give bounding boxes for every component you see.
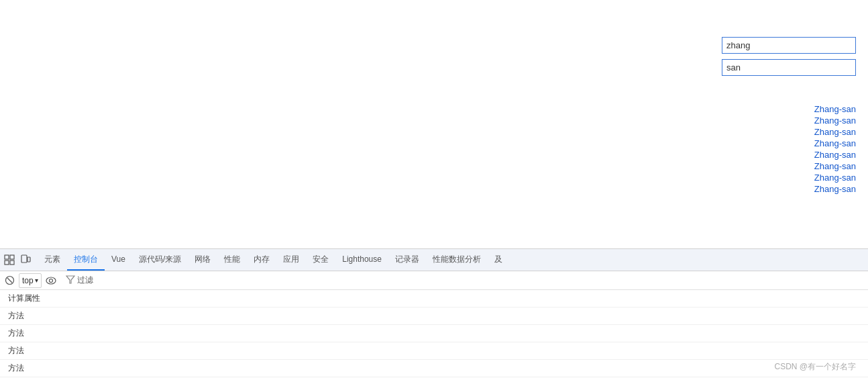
link-item[interactable]: Zhang-san: [722, 173, 856, 183]
tab-Lighthouse[interactable]: Lighthouse: [335, 249, 388, 271]
svg-point-8: [46, 277, 56, 284]
tab-元素[interactable]: 元素: [38, 249, 67, 271]
filter-label: 过滤: [77, 275, 93, 286]
link-item[interactable]: Zhang-san: [722, 115, 856, 126]
tab-内存[interactable]: 内存: [247, 249, 276, 271]
svg-marker-10: [66, 276, 74, 283]
console-row: 方法: [0, 342, 868, 360]
tab-控制台[interactable]: 控制台: [67, 249, 105, 271]
eye-icon[interactable]: [44, 274, 58, 287]
svg-rect-3: [10, 261, 14, 265]
input-area: [722, 37, 856, 76]
link-item[interactable]: Zhang-san: [722, 127, 856, 137]
console-toolbar: top ▾ 过滤: [0, 271, 868, 290]
link-item[interactable]: Zhang-san: [722, 184, 856, 194]
tabs-container: 元素控制台Vue源代码/来源网络性能内存应用安全Lighthouse记录器性能数…: [38, 249, 509, 271]
san-input[interactable]: [722, 59, 856, 76]
svg-rect-1: [10, 255, 14, 259]
zhang-input[interactable]: [722, 37, 856, 54]
filter-button[interactable]: 过滤: [60, 273, 99, 287]
chevron-down-icon: ▾: [35, 277, 38, 284]
devtools-bar: 元素控制台Vue源代码/来源网络性能内存应用安全Lighthouse记录器性能数…: [0, 248, 868, 271]
tab-记录器[interactable]: 记录器: [388, 249, 426, 271]
link-item[interactable]: Zhang-san: [722, 150, 856, 160]
top-selector[interactable]: top ▾: [19, 273, 42, 288]
main-content: Zhang-sanZhang-sanZhang-sanZhang-sanZhan…: [0, 0, 868, 248]
link-item[interactable]: Zhang-san: [722, 161, 856, 171]
svg-point-9: [49, 279, 52, 282]
tab-icons: [3, 253, 32, 267]
device-icon[interactable]: [19, 253, 32, 267]
tab-性能[interactable]: 性能: [217, 249, 247, 271]
console-output: 计算属性方法方法方法方法: [0, 290, 868, 377]
tab-及[interactable]: 及: [488, 249, 509, 271]
watermark: CSDN @有一个好名字: [774, 361, 856, 373]
svg-rect-0: [5, 255, 9, 259]
console-row: 方法: [0, 308, 868, 325]
svg-line-7: [7, 278, 12, 283]
filter-icon: [66, 275, 75, 286]
link-item[interactable]: Zhang-san: [722, 138, 856, 148]
tab-应用[interactable]: 应用: [276, 249, 306, 271]
tab-性能数据分析[interactable]: 性能数据分析: [426, 249, 488, 271]
tabs-row: 元素控制台Vue源代码/来源网络性能内存应用安全Lighthouse记录器性能数…: [0, 249, 868, 271]
console-row: 方法: [0, 325, 868, 342]
console-row: 计算属性: [0, 290, 868, 308]
svg-rect-5: [28, 257, 30, 262]
tab-源代码/来源[interactable]: 源代码/来源: [132, 249, 188, 271]
tab-网络[interactable]: 网络: [188, 249, 217, 271]
console-row: 方法: [0, 360, 868, 377]
links-area: Zhang-sanZhang-sanZhang-sanZhang-sanZhan…: [722, 104, 856, 194]
clear-console-icon[interactable]: [3, 274, 16, 287]
inspect-icon[interactable]: [3, 253, 16, 267]
tab-Vue[interactable]: Vue: [105, 249, 132, 271]
svg-rect-2: [5, 261, 9, 265]
top-selector-label: top: [22, 276, 34, 285]
svg-rect-4: [21, 255, 27, 263]
tab-安全[interactable]: 安全: [306, 249, 335, 271]
link-item[interactable]: Zhang-san: [722, 104, 856, 114]
